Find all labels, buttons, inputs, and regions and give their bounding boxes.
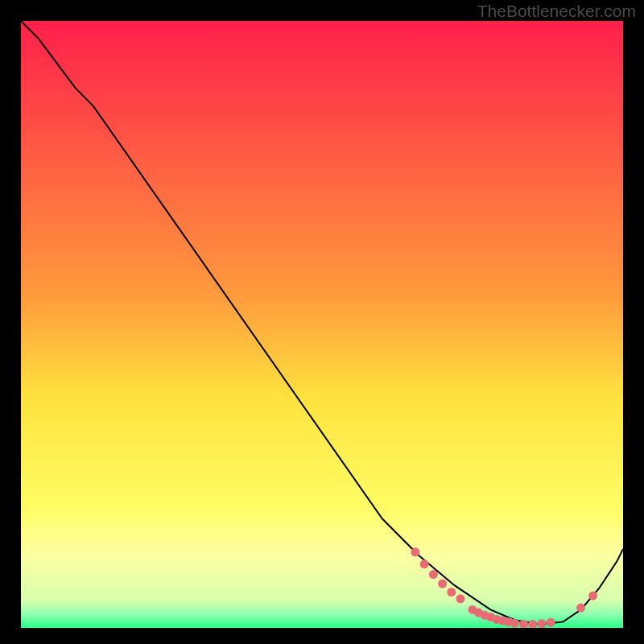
marker-point [576, 604, 585, 613]
marker-point [438, 580, 447, 588]
marker-point [456, 594, 465, 603]
marker-point [588, 592, 597, 601]
marker-point [420, 559, 429, 568]
marker-point [447, 588, 456, 597]
gradient-background [21, 21, 623, 628]
marker-point [547, 618, 555, 627]
watermark-text: TheBottlenecker.com [477, 2, 636, 21]
marker-point [510, 619, 519, 628]
chart-svg [21, 21, 623, 628]
marker-point [411, 547, 419, 556]
chart-frame: TheBottlenecker.com [0, 0, 644, 644]
marker-point [429, 570, 438, 579]
marker-point [538, 619, 547, 628]
chart-plot-area [21, 21, 623, 628]
